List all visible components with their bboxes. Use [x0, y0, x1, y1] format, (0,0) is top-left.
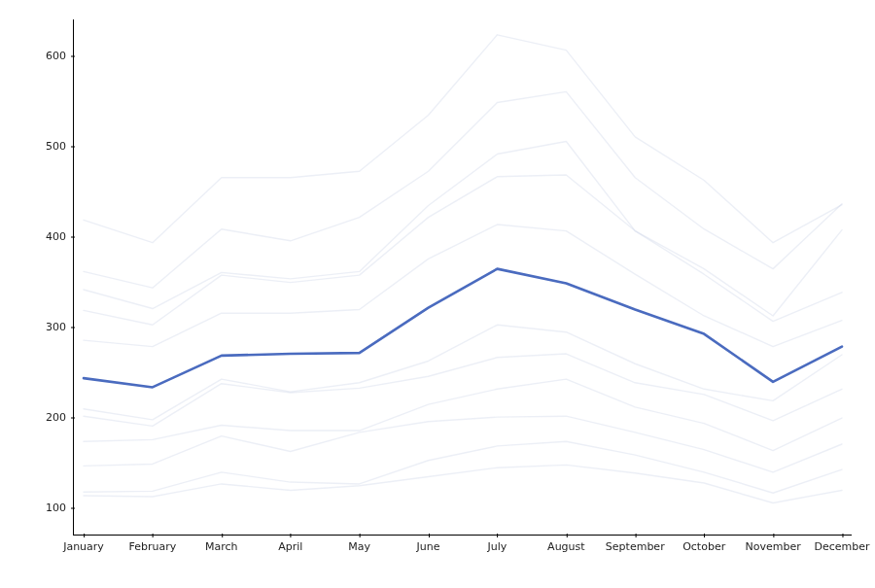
x-tick-label: March — [205, 535, 238, 553]
plot-svg — [74, 19, 852, 535]
x-tick-label: December — [814, 535, 869, 553]
x-tick-label: October — [682, 535, 725, 553]
chart-figure: 100 200 300 400 500 600 January February… — [0, 0, 875, 588]
highlight-line — [84, 269, 842, 388]
background-line — [84, 416, 842, 472]
y-tick-label: 600 — [46, 50, 74, 62]
background-line — [84, 91, 842, 288]
x-tick-label: July — [488, 535, 508, 553]
x-tick-label: February — [129, 535, 177, 553]
y-tick-label: 300 — [46, 321, 74, 333]
background-line — [84, 379, 842, 450]
background-line — [84, 441, 842, 493]
axes-area: 100 200 300 400 500 600 January February… — [73, 19, 852, 536]
y-tick-label: 400 — [46, 230, 74, 243]
x-tick-label: May — [348, 535, 370, 553]
background-line — [84, 325, 842, 420]
y-tick-label: 200 — [46, 411, 74, 424]
x-tick-label: September — [606, 535, 665, 553]
x-tick-label: April — [278, 535, 302, 553]
x-tick-label: January — [63, 535, 104, 553]
background-line — [84, 35, 842, 243]
background-line — [84, 465, 842, 502]
y-tick-label: 500 — [46, 140, 74, 153]
x-tick-label: November — [745, 535, 800, 553]
y-tick-label: 100 — [46, 502, 74, 514]
x-tick-label: June — [417, 535, 440, 553]
background-line — [84, 354, 842, 426]
x-tick-label: August — [547, 535, 585, 553]
